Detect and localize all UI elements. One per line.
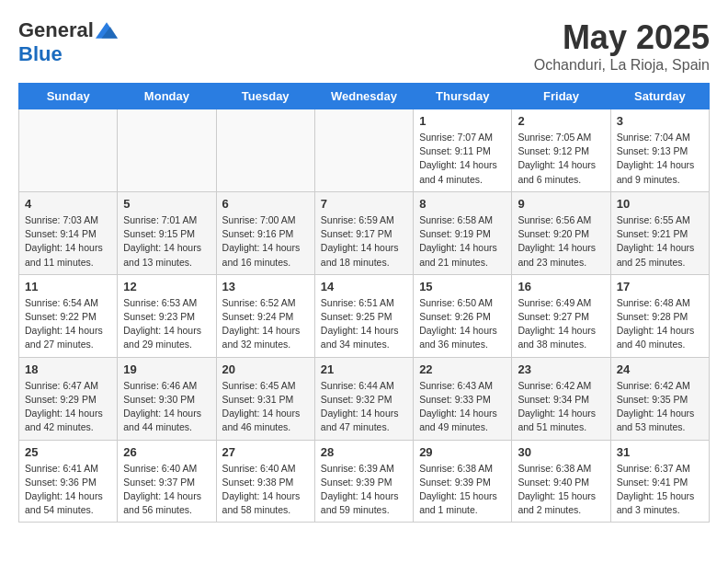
- calendar-cell: 25Sunrise: 6:41 AM Sunset: 9:36 PM Dayli…: [19, 440, 118, 523]
- day-number: 7: [321, 197, 407, 211]
- day-number: 25: [25, 445, 111, 459]
- day-info: Sunrise: 7:04 AM Sunset: 9:13 PM Dayligh…: [617, 131, 703, 187]
- day-info: Sunrise: 6:38 AM Sunset: 9:40 PM Dayligh…: [518, 462, 604, 518]
- day-info: Sunrise: 6:38 AM Sunset: 9:39 PM Dayligh…: [419, 462, 506, 518]
- day-number: 26: [123, 445, 210, 459]
- calendar-cell: 1Sunrise: 7:07 AM Sunset: 9:11 PM Daylig…: [414, 109, 512, 192]
- calendar-table: SundayMondayTuesdayWednesdayThursdayFrid…: [18, 83, 710, 523]
- day-info: Sunrise: 6:54 AM Sunset: 9:22 PM Dayligh…: [25, 296, 111, 352]
- day-info: Sunrise: 6:42 AM Sunset: 9:35 PM Dayligh…: [617, 379, 703, 435]
- calendar-cell: 30Sunrise: 6:38 AM Sunset: 9:40 PM Dayli…: [512, 440, 610, 523]
- day-info: Sunrise: 6:37 AM Sunset: 9:41 PM Dayligh…: [617, 462, 703, 518]
- day-number: 4: [25, 197, 111, 211]
- weekday-header-row: SundayMondayTuesdayWednesdayThursdayFrid…: [19, 84, 710, 109]
- calendar-cell: 26Sunrise: 6:40 AM Sunset: 9:37 PM Dayli…: [118, 440, 216, 523]
- calendar-cell: 7Sunrise: 6:59 AM Sunset: 9:17 PM Daylig…: [314, 191, 413, 274]
- day-info: Sunrise: 7:00 AM Sunset: 9:16 PM Dayligh…: [222, 213, 309, 270]
- day-info: Sunrise: 6:44 AM Sunset: 9:32 PM Dayligh…: [321, 379, 407, 435]
- day-number: 28: [321, 445, 407, 459]
- calendar-cell: 18Sunrise: 6:47 AM Sunset: 9:29 PM Dayli…: [19, 357, 118, 440]
- day-info: Sunrise: 6:45 AM Sunset: 9:31 PM Dayligh…: [222, 379, 309, 435]
- day-number: 5: [123, 197, 210, 211]
- calendar-cell: 24Sunrise: 6:42 AM Sunset: 9:35 PM Dayli…: [610, 357, 709, 440]
- day-info: Sunrise: 6:49 AM Sunset: 9:27 PM Dayligh…: [518, 296, 604, 352]
- month-title: May 2025: [534, 18, 710, 57]
- title-area: May 2025 Ochanduri, La Rioja, Spain: [534, 18, 710, 74]
- day-number: 23: [518, 362, 604, 376]
- weekday-header-friday: Friday: [512, 84, 610, 109]
- day-info: Sunrise: 6:55 AM Sunset: 9:21 PM Dayligh…: [617, 213, 703, 270]
- weekday-header-wednesday: Wednesday: [314, 84, 413, 109]
- day-info: Sunrise: 7:05 AM Sunset: 9:12 PM Dayligh…: [518, 131, 604, 187]
- logo-blue-text: Blue: [18, 42, 63, 65]
- day-number: 15: [419, 280, 506, 293]
- day-info: Sunrise: 6:42 AM Sunset: 9:34 PM Dayligh…: [518, 379, 604, 435]
- calendar-cell: 29Sunrise: 6:38 AM Sunset: 9:39 PM Dayli…: [414, 440, 512, 523]
- day-number: 20: [222, 362, 309, 376]
- calendar-cell: 13Sunrise: 6:52 AM Sunset: 9:24 PM Dayli…: [216, 274, 314, 357]
- day-number: 16: [518, 280, 604, 293]
- day-number: 12: [123, 280, 210, 293]
- calendar-cell: [19, 109, 118, 192]
- logo: General Blue: [18, 18, 118, 66]
- calendar-cell: 4Sunrise: 7:03 AM Sunset: 9:14 PM Daylig…: [19, 191, 118, 274]
- week-row-1: 1Sunrise: 7:07 AM Sunset: 9:11 PM Daylig…: [19, 109, 710, 192]
- day-number: 19: [123, 362, 210, 376]
- day-info: Sunrise: 6:40 AM Sunset: 9:38 PM Dayligh…: [222, 462, 309, 518]
- day-number: 30: [518, 445, 604, 459]
- day-number: 10: [617, 197, 703, 211]
- day-info: Sunrise: 7:07 AM Sunset: 9:11 PM Dayligh…: [419, 131, 506, 187]
- day-number: 14: [321, 280, 407, 293]
- day-number: 31: [617, 445, 703, 459]
- day-info: Sunrise: 6:59 AM Sunset: 9:17 PM Dayligh…: [321, 213, 407, 270]
- day-info: Sunrise: 6:50 AM Sunset: 9:26 PM Dayligh…: [419, 296, 506, 352]
- week-row-4: 18Sunrise: 6:47 AM Sunset: 9:29 PM Dayli…: [19, 357, 710, 440]
- day-number: 11: [25, 280, 111, 293]
- logo-general-text: General: [18, 18, 94, 42]
- day-info: Sunrise: 7:01 AM Sunset: 9:15 PM Dayligh…: [123, 213, 210, 270]
- day-number: 24: [617, 362, 703, 376]
- day-number: 18: [25, 362, 111, 376]
- day-info: Sunrise: 6:43 AM Sunset: 9:33 PM Dayligh…: [419, 379, 506, 435]
- calendar-cell: 28Sunrise: 6:39 AM Sunset: 9:39 PM Dayli…: [314, 440, 413, 523]
- logo-icon: [96, 22, 118, 39]
- calendar-cell: 3Sunrise: 7:04 AM Sunset: 9:13 PM Daylig…: [610, 109, 709, 192]
- calendar-cell: 23Sunrise: 6:42 AM Sunset: 9:34 PM Dayli…: [512, 357, 610, 440]
- calendar-cell: 19Sunrise: 6:46 AM Sunset: 9:30 PM Dayli…: [118, 357, 216, 440]
- weekday-header-monday: Monday: [118, 84, 216, 109]
- day-info: Sunrise: 6:48 AM Sunset: 9:28 PM Dayligh…: [617, 296, 703, 352]
- calendar-cell: 14Sunrise: 6:51 AM Sunset: 9:25 PM Dayli…: [314, 274, 413, 357]
- calendar-cell: 21Sunrise: 6:44 AM Sunset: 9:32 PM Dayli…: [314, 357, 413, 440]
- calendar-cell: 6Sunrise: 7:00 AM Sunset: 9:16 PM Daylig…: [216, 191, 314, 274]
- day-info: Sunrise: 6:52 AM Sunset: 9:24 PM Dayligh…: [222, 296, 309, 352]
- day-number: 27: [222, 445, 309, 459]
- day-number: 13: [222, 280, 309, 293]
- day-number: 17: [617, 280, 703, 293]
- day-info: Sunrise: 6:58 AM Sunset: 9:19 PM Dayligh…: [419, 213, 506, 270]
- weekday-header-sunday: Sunday: [19, 84, 118, 109]
- calendar-cell: 11Sunrise: 6:54 AM Sunset: 9:22 PM Dayli…: [19, 274, 118, 357]
- header: General Blue May 2025 Ochanduri, La Rioj…: [18, 18, 710, 74]
- calendar-cell: 22Sunrise: 6:43 AM Sunset: 9:33 PM Dayli…: [414, 357, 512, 440]
- day-info: Sunrise: 6:47 AM Sunset: 9:29 PM Dayligh…: [25, 379, 111, 435]
- day-number: 6: [222, 197, 309, 211]
- calendar-cell: [216, 109, 314, 192]
- day-info: Sunrise: 6:39 AM Sunset: 9:39 PM Dayligh…: [321, 462, 407, 518]
- day-info: Sunrise: 6:40 AM Sunset: 9:37 PM Dayligh…: [123, 462, 210, 518]
- calendar-cell: 31Sunrise: 6:37 AM Sunset: 9:41 PM Dayli…: [610, 440, 709, 523]
- calendar-cell: 5Sunrise: 7:01 AM Sunset: 9:15 PM Daylig…: [118, 191, 216, 274]
- calendar-cell: [118, 109, 216, 192]
- day-number: 1: [419, 114, 506, 128]
- calendar-cell: 17Sunrise: 6:48 AM Sunset: 9:28 PM Dayli…: [610, 274, 709, 357]
- calendar-cell: 10Sunrise: 6:55 AM Sunset: 9:21 PM Dayli…: [610, 191, 709, 274]
- week-row-5: 25Sunrise: 6:41 AM Sunset: 9:36 PM Dayli…: [19, 440, 710, 523]
- calendar-cell: [314, 109, 413, 192]
- calendar-cell: 20Sunrise: 6:45 AM Sunset: 9:31 PM Dayli…: [216, 357, 314, 440]
- calendar-cell: 12Sunrise: 6:53 AM Sunset: 9:23 PM Dayli…: [118, 274, 216, 357]
- day-number: 2: [518, 114, 604, 128]
- day-info: Sunrise: 6:51 AM Sunset: 9:25 PM Dayligh…: [321, 296, 407, 352]
- day-info: Sunrise: 6:46 AM Sunset: 9:30 PM Dayligh…: [123, 379, 210, 435]
- calendar-cell: 9Sunrise: 6:56 AM Sunset: 9:20 PM Daylig…: [512, 191, 610, 274]
- weekday-header-thursday: Thursday: [414, 84, 512, 109]
- calendar-cell: 15Sunrise: 6:50 AM Sunset: 9:26 PM Dayli…: [414, 274, 512, 357]
